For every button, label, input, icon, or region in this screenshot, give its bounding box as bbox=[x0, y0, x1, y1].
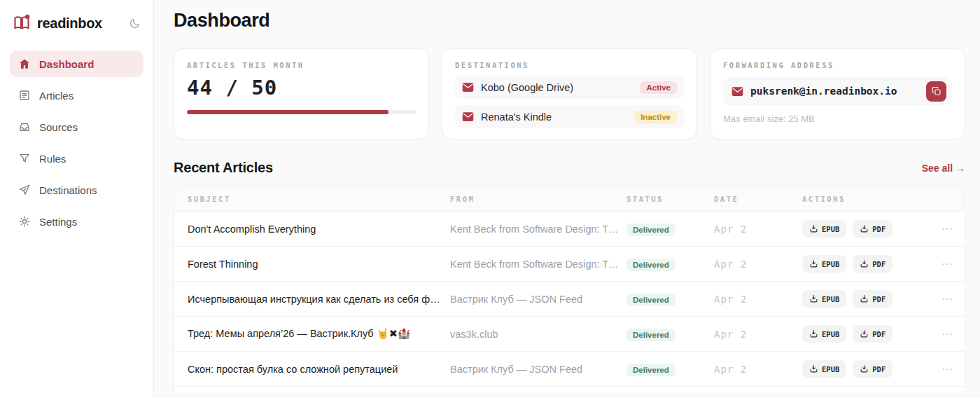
envelope-icon bbox=[732, 86, 743, 97]
article-source: Вастрик Клуб — JSON Feed bbox=[450, 294, 626, 305]
download-icon bbox=[809, 364, 818, 373]
sidebar-item-articles[interactable]: Articles bbox=[10, 82, 144, 109]
sidebar-item-label: Sources bbox=[39, 121, 78, 133]
table-header-row: SUBJECT FROM STATUS DATE ACTIONS bbox=[174, 186, 965, 212]
page-title: Dashboard bbox=[174, 10, 965, 32]
download-icon bbox=[860, 329, 869, 338]
download-epub-button[interactable]: EPUB bbox=[802, 220, 846, 238]
sidebar-item-label: Articles bbox=[39, 90, 74, 102]
article-source: Вастрик Клуб — JSON Feed bbox=[450, 364, 626, 375]
download-icon bbox=[809, 224, 818, 233]
download-epub-button[interactable]: EPUB bbox=[802, 255, 846, 273]
forwarding-email: puksrenk@in.readinbox.io bbox=[750, 85, 919, 97]
sidebar-item-label: Dashboard bbox=[39, 58, 94, 70]
download-icon bbox=[860, 224, 869, 233]
summary-cards: ARTICLES THIS MONTH 44 / 50 DESTINATIONS… bbox=[174, 48, 965, 139]
download-pdf-button[interactable]: PDF bbox=[853, 360, 892, 378]
delivered-badge: Delivered bbox=[626, 259, 676, 271]
table-row: Тред: Мемы апреля’26 — Вастрик.Клуб 🤘✖🏰 … bbox=[174, 317, 965, 352]
download-pdf-button[interactable]: PDF bbox=[853, 290, 892, 308]
download-epub-button[interactable]: EPUB bbox=[802, 325, 846, 343]
delivered-badge: Delivered bbox=[626, 294, 676, 306]
destination-name: Renata's Kindle bbox=[481, 111, 627, 123]
sidebar-item-label: Destinations bbox=[39, 184, 97, 196]
article-date: Apr 2 bbox=[714, 294, 802, 305]
article-subject: Исчерпывающая инструкция как сделать из … bbox=[188, 294, 450, 305]
copy-email-button[interactable] bbox=[926, 81, 946, 102]
sidebar: readinbox Dashboard Articles bbox=[0, 0, 154, 398]
download-icon bbox=[860, 294, 869, 303]
forwarding-address-card: FORWARDING ADDRESS puksrenk@in.readinbox… bbox=[710, 48, 965, 139]
article-subject: Тред: Мемы апреля’26 — Вастрик.Клуб 🤘✖🏰 bbox=[188, 328, 450, 340]
download-epub-button[interactable]: EPUB bbox=[802, 290, 846, 308]
sidebar-item-settings[interactable]: Settings bbox=[10, 208, 144, 235]
articles-quota-count: 44 / 50 bbox=[187, 76, 416, 100]
dark-mode-toggle[interactable] bbox=[129, 18, 141, 29]
delivered-badge: Delivered bbox=[626, 329, 676, 341]
main-content: Dashboard ARTICLES THIS MONTH 44 / 50 DE… bbox=[154, 0, 980, 398]
sidebar-item-label: Rules bbox=[39, 153, 66, 165]
book-logo-icon bbox=[13, 14, 31, 32]
forwarding-address-row: puksrenk@in.readinbox.io bbox=[723, 77, 952, 105]
destinations-card: DESTINATIONS Kobo (Google Drive) Active … bbox=[442, 48, 697, 139]
table-row: Don't Accomplish Everything Kent Beck fr… bbox=[174, 212, 965, 247]
articles-icon bbox=[18, 89, 31, 102]
article-date: Apr 2 bbox=[714, 364, 802, 375]
articles-progress-bar bbox=[187, 110, 416, 114]
article-date: Apr 2 bbox=[714, 329, 802, 340]
delivered-badge: Delivered bbox=[626, 224, 676, 236]
sidebar-nav: Dashboard Articles Sources Rules Destina… bbox=[10, 50, 144, 235]
moon-icon bbox=[129, 18, 141, 29]
destination-row: Kobo (Google Drive) Active bbox=[455, 76, 684, 99]
app-logo: readinbox bbox=[10, 13, 144, 32]
recent-articles-table: SUBJECT FROM STATUS DATE ACTIONS Don't A… bbox=[174, 186, 965, 392]
sidebar-item-sources[interactable]: Sources bbox=[10, 114, 144, 140]
articles-quota-card: ARTICLES THIS MONTH 44 / 50 bbox=[174, 48, 429, 139]
article-source: Kent Beck from Software Design: Tidy Fir… bbox=[450, 224, 626, 235]
table-row: Исчерпывающая инструкция как сделать из … bbox=[174, 282, 965, 317]
sidebar-item-destinations[interactable]: Destinations bbox=[10, 177, 144, 203]
row-more-actions-button[interactable]: ⋯ bbox=[941, 294, 953, 305]
section-title: Recent Articles bbox=[174, 160, 273, 176]
table-row: Скон: простая булка со сложной репутацие… bbox=[174, 352, 965, 387]
column-header-subject: SUBJECT bbox=[188, 195, 450, 203]
table-row-partial bbox=[174, 387, 965, 392]
download-pdf-button[interactable]: PDF bbox=[853, 220, 892, 238]
row-more-actions-button[interactable]: ⋯ bbox=[941, 364, 953, 375]
articles-progress-fill bbox=[187, 110, 388, 114]
column-header-status: STATUS bbox=[626, 195, 714, 203]
article-date: Apr 2 bbox=[714, 224, 802, 235]
article-subject: Don't Accomplish Everything bbox=[188, 224, 450, 235]
card-label: ARTICLES THIS MONTH bbox=[187, 61, 416, 69]
download-icon bbox=[809, 259, 818, 268]
sidebar-item-rules[interactable]: Rules bbox=[10, 145, 144, 172]
sidebar-item-label: Settings bbox=[39, 216, 77, 228]
copy-icon bbox=[932, 86, 941, 96]
recent-articles-header: Recent Articles See all → bbox=[174, 160, 965, 176]
sidebar-item-dashboard[interactable]: Dashboard bbox=[10, 50, 144, 77]
envelope-icon bbox=[462, 82, 474, 92]
delivered-badge: Delivered bbox=[626, 364, 676, 376]
home-icon bbox=[18, 57, 31, 70]
download-pdf-button[interactable]: PDF bbox=[853, 325, 892, 343]
download-icon bbox=[860, 364, 869, 373]
gear-icon bbox=[18, 215, 31, 228]
article-subject: Forest Thinning bbox=[188, 259, 450, 270]
status-badge: Active bbox=[640, 81, 677, 94]
envelope-icon bbox=[462, 111, 474, 122]
download-icon bbox=[809, 294, 818, 303]
column-header-actions: ACTIONS bbox=[802, 195, 953, 203]
download-pdf-button[interactable]: PDF bbox=[853, 255, 892, 273]
app-name: readinbox bbox=[37, 15, 122, 32]
destination-name: Kobo (Google Drive) bbox=[481, 82, 633, 93]
card-label: FORWARDING ADDRESS bbox=[723, 61, 952, 69]
download-icon bbox=[860, 259, 869, 268]
see-all-link[interactable]: See all → bbox=[922, 163, 965, 174]
download-epub-button[interactable]: EPUB bbox=[802, 360, 846, 378]
row-more-actions-button[interactable]: ⋯ bbox=[941, 259, 953, 270]
row-more-actions-button[interactable]: ⋯ bbox=[941, 224, 953, 235]
rules-icon bbox=[18, 152, 31, 165]
row-more-actions-button[interactable]: ⋯ bbox=[941, 329, 953, 340]
table-row: Forest Thinning Kent Beck from Software … bbox=[174, 247, 965, 282]
download-icon bbox=[809, 329, 818, 338]
